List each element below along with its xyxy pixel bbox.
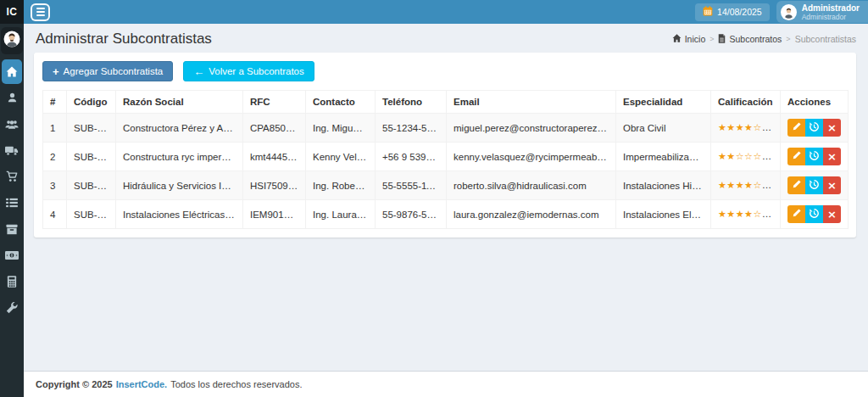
col-email: Email bbox=[447, 91, 616, 114]
breadcrumb: Inicio > Subcontratos > Subcontratistas bbox=[672, 34, 856, 45]
star-rating: ★★★★☆ bbox=[718, 209, 771, 220]
cell-telefono: 55-5555-1111 bbox=[376, 171, 447, 200]
table-row: 1SUB-001Constructora Pérez y Asociados S… bbox=[43, 114, 849, 143]
cell-contacto: Ing. Roberto Silva bbox=[306, 171, 376, 200]
table-row: 4SUB-002Instalaciones Eléctricas Moderna… bbox=[43, 200, 849, 229]
delete-x-icon: × bbox=[827, 179, 837, 192]
col-acciones: Acciones bbox=[781, 91, 849, 114]
pencil-icon bbox=[792, 208, 802, 221]
edit-button[interactable] bbox=[787, 176, 805, 194]
cell-razon-social: Constructora Pérez y Asociados SA de CV bbox=[116, 114, 243, 143]
home-icon bbox=[672, 34, 682, 44]
breadcrumb-separator: > bbox=[709, 35, 714, 43]
user-name: Administrador bbox=[802, 3, 860, 13]
table-header-row: # Código Razón Social RFC Contacto Teléf… bbox=[43, 91, 849, 114]
cell-contacto: Ing. Laura González bbox=[306, 200, 376, 229]
edit-button[interactable] bbox=[787, 205, 805, 223]
cell-email: kenny.velasquez@rycimpermeabilizaciones.… bbox=[447, 143, 616, 171]
edit-button[interactable] bbox=[787, 148, 805, 165]
delete-button[interactable]: × bbox=[823, 148, 841, 165]
user-menu[interactable]: Administrador Administrador bbox=[776, 1, 868, 23]
calendar-icon bbox=[703, 6, 713, 18]
delete-button[interactable]: × bbox=[823, 176, 841, 194]
cell-especialidad: Instalaciones Eléctricas bbox=[616, 200, 711, 229]
sidebar-item-home[interactable] bbox=[2, 59, 22, 84]
cell-calificacion: ★★★★☆ (4.80) bbox=[711, 200, 781, 229]
date-display[interactable]: 14/08/2025 bbox=[695, 3, 770, 21]
cell-contacto: Ing. Miguel Pérez bbox=[306, 114, 376, 143]
cell-num: 2 bbox=[43, 143, 67, 171]
list-icon bbox=[6, 198, 18, 208]
sidebar-item-calculator[interactable] bbox=[2, 269, 22, 294]
sidebar-item-truck[interactable] bbox=[2, 137, 22, 163]
breadcrumb-subcontratos[interactable]: Subcontratos bbox=[718, 34, 782, 45]
cell-telefono: 55-1234-5678 bbox=[376, 114, 447, 143]
page-title: Administrar Subcontratistas bbox=[36, 31, 212, 48]
history-button[interactable] bbox=[805, 148, 823, 165]
archive-box-icon bbox=[6, 224, 18, 235]
history-icon bbox=[809, 179, 820, 193]
delete-button[interactable]: × bbox=[823, 119, 841, 137]
cell-acciones: × bbox=[781, 171, 849, 200]
cell-rfc: IEM901201CD2 bbox=[243, 200, 306, 229]
edit-button[interactable] bbox=[787, 119, 805, 137]
cell-acciones: × bbox=[781, 114, 849, 143]
history-button[interactable] bbox=[805, 119, 823, 137]
content-wrapper: Administrar Subcontratistas Inicio > Sub… bbox=[24, 24, 868, 397]
history-button[interactable] bbox=[805, 176, 823, 194]
cell-num: 4 bbox=[43, 200, 67, 229]
wrench-icon bbox=[6, 302, 18, 314]
history-icon bbox=[809, 150, 820, 164]
user-role: Administrador bbox=[802, 13, 860, 21]
breadcrumb-separator: > bbox=[786, 35, 790, 43]
cell-codigo: SUB-002 bbox=[67, 200, 116, 229]
cell-especialidad: Obra Civil bbox=[616, 114, 711, 143]
sidebar-item-users[interactable] bbox=[2, 111, 22, 137]
home-icon bbox=[6, 66, 18, 77]
col-calificacion: Calificación bbox=[711, 91, 781, 114]
delete-button[interactable]: × bbox=[823, 205, 841, 223]
cell-telefono: +56 9 5393 7952 bbox=[376, 143, 447, 171]
truck-icon bbox=[5, 145, 19, 156]
user-avatar-icon bbox=[781, 4, 797, 20]
breadcrumb-current: Subcontratistas bbox=[795, 34, 856, 44]
cell-codigo: SUB-003 bbox=[67, 171, 116, 200]
menu-toggle-button[interactable] bbox=[31, 3, 50, 21]
pencil-icon bbox=[792, 150, 802, 163]
footer-copyright: Copyright © 2025 bbox=[36, 379, 113, 389]
delete-x-icon: × bbox=[827, 121, 837, 134]
cell-email: miguel.perez@constructoraperez.com bbox=[447, 114, 616, 143]
pencil-icon bbox=[792, 179, 802, 192]
cell-razon-social: Hidráulica y Servicios Integrales SA bbox=[116, 171, 243, 200]
app-logo[interactable]: IC bbox=[0, 0, 24, 24]
cell-contacto: Kenny Velasquez bbox=[306, 143, 376, 171]
cell-calificacion: ★★★★☆ (4.50) bbox=[711, 114, 781, 143]
sidebar-item-user[interactable] bbox=[2, 85, 22, 110]
breadcrumb-inicio[interactable]: Inicio bbox=[672, 34, 706, 44]
delete-x-icon: × bbox=[827, 150, 837, 163]
col-contacto: Contacto bbox=[306, 91, 376, 114]
sidebar-item-list[interactable] bbox=[2, 190, 22, 215]
history-button[interactable] bbox=[805, 205, 823, 223]
star-rating: ★★★★☆ bbox=[718, 122, 771, 133]
calculator-icon bbox=[7, 276, 17, 288]
table-row: 2SUB-004Constructura ryc impermeabilizac… bbox=[43, 143, 849, 171]
sidebar-user-avatar[interactable] bbox=[1, 27, 23, 54]
sidebar-item-cart[interactable] bbox=[2, 164, 22, 189]
back-to-subcontratos-button[interactable]: ← Volver a Subcontratos bbox=[183, 61, 314, 81]
footer: Copyright © 2025 InsertCode. Todos los d… bbox=[24, 371, 868, 397]
sidebar-item-money[interactable] bbox=[2, 243, 22, 268]
sidebar-item-tools[interactable] bbox=[2, 295, 22, 321]
cell-email: laura.gonzalez@iemodernas.com bbox=[447, 200, 616, 229]
col-num: # bbox=[43, 91, 67, 114]
sidebar: IC bbox=[0, 0, 24, 397]
money-bill-icon bbox=[5, 251, 19, 260]
shopping-cart-icon bbox=[6, 171, 18, 182]
date-text: 14/08/2025 bbox=[717, 7, 762, 17]
footer-text: Todos los derechos reservados. bbox=[170, 379, 302, 389]
footer-brand-link[interactable]: InsertCode. bbox=[116, 379, 168, 389]
user-icon bbox=[7, 92, 18, 103]
sidebar-item-archive[interactable] bbox=[2, 216, 22, 242]
add-subcontratista-button[interactable]: + Agregar Subcontratista bbox=[42, 61, 173, 81]
subcontratistas-table: # Código Razón Social RFC Contacto Teléf… bbox=[42, 90, 849, 229]
